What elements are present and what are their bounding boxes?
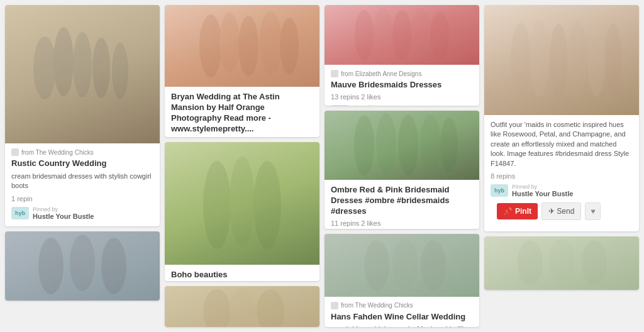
svg-point-27: [420, 114, 440, 172]
card-source: from Elizabeth Anne Designs: [331, 70, 473, 77]
svg-point-16: [203, 289, 231, 327]
heart-button[interactable]: ♥: [585, 202, 601, 220]
svg-point-32: [511, 23, 531, 98]
card-stats: 13 repins 2 likes: [331, 93, 473, 101]
card-description: grey bridesmaid dresses by Monique Lhuil…: [331, 324, 473, 327]
pinner-label: Pinned by: [33, 206, 94, 213]
column-2: Bryan Wedding at The Astin Mansion by Ha…: [165, 5, 319, 327]
svg-point-38: [518, 240, 543, 285]
card-image: [165, 142, 319, 265]
svg-point-8: [199, 14, 222, 77]
svg-point-29: [364, 240, 389, 290]
card-boho-beauties[interactable]: Boho beauties 10 repins 2 likes hyb Pinn…: [165, 142, 319, 281]
svg-point-21: [392, 10, 411, 60]
svg-point-9: [219, 13, 240, 73]
svg-point-14: [230, 157, 255, 247]
card-bridesmaids-partial[interactable]: [5, 231, 160, 301]
card-rustic-country[interactable]: from The Wedding Chicks Rustic Country W…: [5, 5, 160, 226]
svg-point-20: [374, 8, 392, 58]
svg-point-26: [398, 115, 418, 175]
card-source: from The Wedding Chicks: [331, 302, 473, 309]
svg-point-13: [203, 161, 231, 249]
masonry-container: from The Wedding Chicks Rustic Country W…: [0, 0, 644, 332]
card-image: [5, 5, 160, 143]
card-description: cream bridesmaid dresses with stylish co…: [11, 172, 153, 191]
svg-point-7: [101, 238, 126, 294]
svg-point-1: [53, 27, 74, 96]
svg-point-30: [392, 239, 418, 289]
svg-point-11: [259, 11, 282, 74]
svg-point-10: [238, 16, 258, 76]
card-body: Ombre Red & Pink Bridesmaid Dresses #omb…: [325, 180, 479, 229]
card-image-partial: [484, 236, 639, 290]
action-bar: 📌 PinIt ✈ Send ♥: [491, 197, 633, 225]
pinner-label: Pinned by: [352, 104, 413, 106]
card-title: Rustic Country Wedding: [11, 158, 153, 169]
card-title: Hans Fahden Wine Cellar Wedding: [331, 312, 473, 323]
card-image-partial: [165, 286, 319, 327]
svg-point-33: [530, 19, 549, 97]
svg-point-0: [33, 36, 56, 99]
pinner-label: Pinned by: [512, 184, 573, 190]
card-image: [325, 111, 479, 180]
card-stats: 11 repins 2 likes: [331, 219, 473, 227]
card-image-partial: [5, 231, 160, 301]
card-stats: 1 repin: [11, 195, 153, 202]
column-4: Outfit your 'maids in cosmetic inspired …: [484, 5, 639, 327]
column-3: from Elizabeth Anne Designs Mauve Brides…: [325, 5, 479, 327]
card-stats: 8 repins: [491, 172, 633, 180]
svg-point-18: [257, 289, 284, 327]
svg-point-34: [550, 24, 567, 97]
card-body: Outfit your 'maids in cosmetic inspired …: [484, 115, 639, 231]
svg-point-2: [73, 32, 92, 97]
pinner-avatar: hyb: [331, 105, 348, 106]
svg-point-17: [230, 288, 255, 327]
card-col2-partial[interactable]: [165, 286, 319, 327]
pinit-button[interactable]: 📌 PinIt: [497, 203, 538, 219]
svg-point-19: [355, 10, 374, 60]
card-image: [325, 234, 479, 297]
svg-point-4: [112, 43, 128, 99]
source-text: from The Wedding Chicks: [21, 149, 94, 156]
svg-point-22: [411, 8, 430, 58]
card-title: Boho beauties: [171, 270, 313, 280]
card-bryan-wedding[interactable]: Bryan Wedding at The Astin Mansion by Ha…: [165, 5, 319, 137]
source-text: from The Wedding Chicks: [341, 302, 413, 309]
svg-point-23: [430, 11, 449, 59]
svg-point-28: [440, 118, 458, 173]
card-body: from Elizabeth Anne Designs Mauve Brides…: [325, 65, 479, 106]
card-pinner: hyb Pinned by Hustle Your Bustle: [11, 206, 153, 220]
svg-point-36: [587, 24, 605, 97]
card-pinner: hyb Pinned by Hustle Your Bustle: [491, 184, 633, 197]
pinner-name: Hustle Your Bustle: [512, 190, 573, 197]
card-title: Ombre Red & Pink Bridesmaid Dresses #omb…: [331, 185, 473, 217]
svg-point-40: [582, 240, 607, 285]
svg-point-31: [421, 240, 446, 290]
card-mauve-bridesmaids[interactable]: from Elizabeth Anne Designs Mauve Brides…: [325, 5, 479, 106]
pinit-icon: 📌: [503, 207, 513, 216]
column-1: from The Wedding Chicks Rustic Country W…: [5, 5, 160, 327]
svg-point-24: [354, 115, 374, 175]
card-ombre[interactable]: Ombre Red & Pink Bridesmaid Dresses #omb…: [325, 111, 479, 229]
svg-point-3: [92, 38, 110, 98]
card-cosmetic-hues[interactable]: Outfit your 'maids in cosmetic inspired …: [484, 5, 639, 231]
card-source: from The Wedding Chicks: [11, 148, 153, 156]
card-hans-fahden[interactable]: from The Wedding Chicks Hans Fahden Wine…: [325, 234, 479, 327]
svg-point-37: [605, 24, 621, 93]
card-image: [484, 5, 639, 115]
card-title: Bryan Wedding at The Astin Mansion by Ha…: [171, 92, 313, 135]
card-col4-partial[interactable]: [484, 236, 639, 290]
svg-point-6: [70, 235, 95, 291]
pinner-name: Hustle Your Bustle: [33, 213, 94, 220]
card-body: Bryan Wedding at The Astin Mansion by Ha…: [165, 87, 319, 137]
card-text-below: Outfit your 'maids in cosmetic inspired …: [491, 120, 633, 169]
card-body: from The Wedding Chicks Hans Fahden Wine…: [325, 297, 479, 327]
svg-point-39: [549, 239, 574, 284]
card-body: from The Wedding Chicks Rustic Country W…: [5, 143, 160, 226]
card-pinner: hyb Pinned by Hustle Your Bustle: [331, 104, 473, 106]
svg-point-5: [38, 238, 64, 294]
source-icon: [11, 148, 19, 156]
send-button[interactable]: ✈ Send: [541, 202, 581, 220]
svg-point-25: [376, 113, 396, 174]
source-icon: [331, 70, 338, 77]
